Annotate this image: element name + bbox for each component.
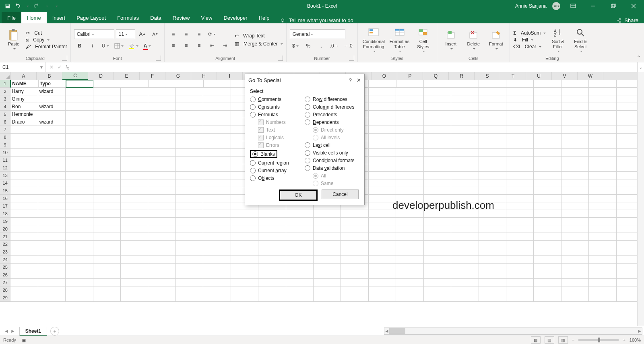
cell[interactable] bbox=[396, 80, 424, 88]
cell[interactable] bbox=[479, 111, 506, 118]
cell[interactable] bbox=[369, 95, 396, 103]
cell[interactable] bbox=[369, 88, 396, 95]
cell[interactable] bbox=[479, 149, 506, 157]
cell[interactable] bbox=[396, 286, 423, 294]
save-icon[interactable] bbox=[4, 2, 11, 10]
fill-color-button[interactable] bbox=[127, 41, 140, 50]
cell[interactable] bbox=[203, 111, 231, 118]
cell[interactable] bbox=[121, 286, 148, 294]
zoom-in-icon[interactable]: + bbox=[623, 338, 625, 342]
cell[interactable] bbox=[66, 294, 93, 302]
column-header[interactable]: G bbox=[165, 72, 191, 80]
cell[interactable] bbox=[451, 218, 479, 225]
increase-font-icon[interactable]: A▲ bbox=[137, 30, 148, 39]
cell[interactable] bbox=[38, 248, 66, 256]
tab-page-layout[interactable]: Page Layout bbox=[71, 12, 111, 23]
underline-button[interactable]: U bbox=[100, 41, 111, 50]
column-header[interactable]: B bbox=[37, 72, 62, 80]
cell[interactable] bbox=[231, 256, 258, 264]
cell[interactable] bbox=[38, 279, 66, 286]
cell[interactable] bbox=[38, 225, 66, 233]
row-header[interactable]: 19 bbox=[0, 218, 10, 225]
cell[interactable] bbox=[93, 294, 121, 302]
align-center-icon[interactable]: ≡ bbox=[181, 41, 192, 50]
cell[interactable] bbox=[424, 233, 451, 241]
percent-format-icon[interactable]: % bbox=[303, 41, 314, 50]
cell[interactable] bbox=[176, 164, 203, 172]
cell[interactable] bbox=[424, 95, 451, 103]
cell[interactable] bbox=[176, 241, 203, 248]
paste-button[interactable]: Paste bbox=[3, 29, 24, 50]
zoom-out-icon[interactable]: − bbox=[572, 338, 574, 342]
cell[interactable] bbox=[121, 164, 148, 172]
tab-view[interactable]: View bbox=[195, 12, 218, 23]
cell[interactable] bbox=[561, 248, 589, 256]
cell[interactable] bbox=[589, 88, 616, 95]
cell[interactable] bbox=[451, 210, 479, 218]
collapse-ribbon-icon[interactable]: ⌃ bbox=[637, 55, 641, 60]
cell[interactable] bbox=[176, 80, 204, 88]
cell[interactable] bbox=[148, 233, 175, 241]
cell[interactable] bbox=[121, 233, 148, 241]
cell[interactable]: NAME bbox=[11, 80, 38, 88]
cell[interactable] bbox=[479, 225, 506, 233]
cell[interactable] bbox=[93, 149, 121, 157]
cell[interactable] bbox=[451, 88, 479, 95]
cell[interactable] bbox=[506, 126, 534, 134]
cell[interactable] bbox=[451, 187, 479, 195]
column-header[interactable]: V bbox=[552, 72, 578, 80]
cell[interactable] bbox=[121, 202, 148, 210]
cell[interactable] bbox=[10, 225, 38, 233]
cell[interactable] bbox=[451, 134, 479, 141]
cell[interactable] bbox=[506, 264, 534, 271]
cell[interactable] bbox=[66, 111, 93, 118]
cell[interactable] bbox=[10, 279, 38, 286]
cell[interactable] bbox=[121, 172, 148, 179]
cell[interactable]: wizard bbox=[38, 88, 66, 95]
cell[interactable] bbox=[176, 271, 203, 279]
row-header[interactable]: 6 bbox=[0, 118, 10, 126]
cell[interactable] bbox=[203, 172, 231, 179]
cell[interactable] bbox=[369, 241, 396, 248]
merge-center-button[interactable]: ▥ Merge & Center bbox=[235, 41, 283, 47]
cell[interactable] bbox=[506, 118, 534, 126]
cell[interactable] bbox=[203, 233, 231, 241]
option-cregion[interactable]: Current region bbox=[250, 160, 305, 166]
cell[interactable] bbox=[176, 233, 203, 241]
cell[interactable] bbox=[148, 118, 175, 126]
cell[interactable] bbox=[534, 256, 561, 264]
cell[interactable] bbox=[93, 202, 121, 210]
cell[interactable] bbox=[589, 279, 616, 286]
cell[interactable] bbox=[589, 164, 616, 172]
cell[interactable] bbox=[424, 157, 451, 164]
close-icon[interactable] bbox=[626, 0, 641, 12]
cell[interactable] bbox=[561, 233, 589, 241]
cell[interactable] bbox=[286, 248, 314, 256]
redo-icon[interactable] bbox=[33, 2, 40, 10]
maximize-icon[interactable] bbox=[606, 0, 621, 12]
cell[interactable] bbox=[121, 134, 148, 141]
cell[interactable] bbox=[314, 218, 341, 225]
cell[interactable] bbox=[424, 271, 451, 279]
cell[interactable] bbox=[66, 95, 93, 103]
share-button[interactable]: Share bbox=[624, 17, 638, 23]
cell[interactable] bbox=[203, 149, 231, 157]
cell[interactable] bbox=[10, 256, 38, 264]
cell[interactable] bbox=[451, 225, 479, 233]
autosum-button[interactable]: Σ AutoSum bbox=[513, 30, 546, 36]
cell[interactable] bbox=[534, 294, 561, 302]
cell[interactable] bbox=[66, 225, 93, 233]
align-left-icon[interactable]: ≡ bbox=[168, 41, 179, 50]
cell[interactable] bbox=[369, 141, 396, 149]
cell[interactable] bbox=[93, 210, 121, 218]
cell[interactable] bbox=[479, 294, 506, 302]
cell[interactable] bbox=[451, 164, 479, 172]
fill-button[interactable]: ⬇ Fill bbox=[513, 37, 546, 43]
cell[interactable] bbox=[479, 172, 506, 179]
cell[interactable] bbox=[479, 103, 506, 111]
cell[interactable] bbox=[396, 179, 423, 187]
cell[interactable] bbox=[93, 118, 121, 126]
cell[interactable] bbox=[506, 271, 534, 279]
cell[interactable] bbox=[93, 271, 121, 279]
cell[interactable] bbox=[176, 218, 203, 225]
